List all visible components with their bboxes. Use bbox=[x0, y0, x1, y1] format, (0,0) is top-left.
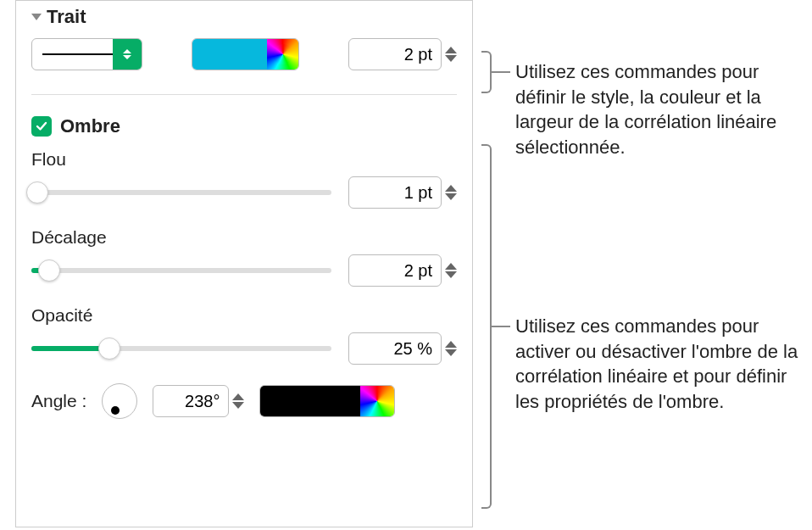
stepper-up-icon bbox=[445, 47, 457, 53]
callout-text-1: Utilisez ces commandes pour définir le s… bbox=[515, 59, 808, 160]
dropdown-arrows-icon bbox=[113, 39, 142, 70]
stepper-up-icon bbox=[445, 263, 457, 270]
stepper-down-icon bbox=[445, 349, 457, 356]
stepper-down-icon bbox=[445, 193, 457, 200]
stepper-up-icon bbox=[445, 341, 457, 348]
stepper-down-icon bbox=[232, 402, 244, 409]
blur-stepper-buttons[interactable] bbox=[445, 185, 457, 200]
shadow-checkbox-row: Ombre bbox=[31, 115, 457, 137]
blur-label: Flou bbox=[31, 149, 457, 170]
stroke-color-well[interactable] bbox=[192, 38, 299, 70]
trait-controls-row bbox=[31, 38, 457, 70]
stepper-up-icon bbox=[445, 185, 457, 192]
color-wheel-icon bbox=[267, 39, 298, 70]
callout-text-2: Utilisez ces commandes pour activer ou d… bbox=[515, 314, 808, 415]
opacity-label: Opacité bbox=[31, 305, 457, 326]
offset-input[interactable] bbox=[348, 254, 442, 287]
callout-bracket-1 bbox=[481, 51, 492, 93]
offset-label: Décalage bbox=[31, 227, 457, 248]
stroke-color-swatch bbox=[192, 39, 267, 70]
opacity-stepper bbox=[348, 332, 457, 365]
check-icon bbox=[35, 120, 48, 133]
offset-slider[interactable] bbox=[31, 260, 331, 281]
callout-leader-1 bbox=[492, 71, 510, 73]
stepper-down-icon bbox=[445, 55, 457, 62]
callout-bracket-2 bbox=[481, 144, 492, 509]
angle-label: Angle : bbox=[31, 391, 86, 411]
opacity-stepper-buttons[interactable] bbox=[445, 341, 457, 356]
opacity-slider[interactable] bbox=[31, 338, 331, 359]
callout-leader-2 bbox=[492, 326, 510, 327]
blur-input[interactable] bbox=[348, 176, 442, 209]
stroke-style-dropdown[interactable] bbox=[31, 38, 142, 70]
shadow-label: Ombre bbox=[60, 115, 120, 137]
shadow-checkbox[interactable] bbox=[31, 116, 52, 137]
stroke-width-input[interactable] bbox=[348, 38, 442, 70]
angle-dial[interactable] bbox=[102, 383, 137, 419]
stepper-down-icon bbox=[445, 271, 457, 278]
callouts-layer: Utilisez ces commandes pour définir le s… bbox=[473, 0, 812, 530]
angle-input[interactable] bbox=[153, 385, 229, 417]
chevron-down-icon bbox=[31, 14, 42, 20]
offset-stepper bbox=[348, 254, 457, 287]
inspector-panel: Trait Ombre Flou bbox=[15, 0, 473, 527]
offset-stepper-buttons[interactable] bbox=[445, 263, 457, 278]
stroke-width-stepper bbox=[348, 38, 457, 70]
trait-title: Trait bbox=[47, 6, 86, 28]
opacity-input[interactable] bbox=[348, 332, 442, 365]
line-style-preview bbox=[42, 53, 119, 55]
stepper-up-icon bbox=[232, 393, 244, 400]
color-wheel-icon bbox=[360, 386, 394, 416]
shadow-color-well[interactable] bbox=[259, 385, 395, 417]
stroke-width-stepper-buttons[interactable] bbox=[445, 47, 457, 62]
blur-slider[interactable] bbox=[31, 182, 331, 203]
angle-stepper bbox=[153, 385, 244, 417]
blur-stepper bbox=[348, 176, 457, 209]
section-divider bbox=[31, 94, 457, 95]
trait-section-header[interactable]: Trait bbox=[31, 6, 457, 28]
angle-stepper-buttons[interactable] bbox=[232, 393, 244, 409]
angle-row: Angle : bbox=[31, 383, 457, 419]
shadow-color-swatch bbox=[260, 386, 360, 416]
